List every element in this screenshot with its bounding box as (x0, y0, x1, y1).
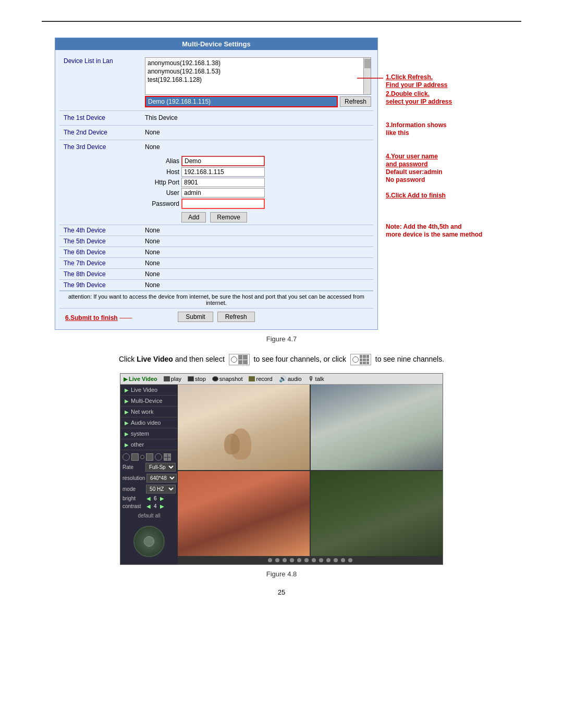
instruction-middle: and then select (173, 355, 227, 363)
eighth-device-val: None (143, 269, 373, 279)
child-silhouette (224, 434, 240, 454)
menu-audio[interactable]: 🔊 audio (279, 375, 302, 382)
menu-snapshot[interactable]: snapshot (212, 376, 243, 382)
refresh-bottom-button[interactable]: Refresh (217, 312, 255, 322)
joystick[interactable] (133, 526, 165, 557)
nav-system[interactable]: ▶ system (120, 428, 178, 439)
menu-record[interactable]: record (249, 376, 272, 382)
menu-record-label: record (256, 376, 272, 382)
third-device-value: None (143, 142, 373, 152)
step2-annotation: 2.Double click. select your IP address (386, 90, 452, 105)
ctrl-icon-3[interactable] (140, 455, 144, 459)
step4d-text: No password (386, 176, 425, 183)
resolution-label: resolution (123, 475, 144, 481)
nav-network-label: Net work (131, 409, 153, 415)
password-row: Password (143, 199, 265, 209)
dialog-title: Multi-Device Settings (55, 38, 377, 50)
nav-live-video[interactable]: ▶ Live Video (120, 385, 178, 396)
third-device-label: The 3rd Device (59, 142, 143, 152)
contrast-decrease[interactable]: ◀ (146, 503, 151, 509)
first-device-label: The 1st Device (59, 113, 143, 122)
remove-button[interactable]: Remove (210, 212, 247, 223)
step2-text: 2.Double click. (386, 90, 430, 97)
device-list-content: anonymous(192.168.1.38) anonymous(192.16… (143, 56, 373, 108)
ctrl-icon-5[interactable] (155, 453, 162, 461)
four-channel-icon (229, 354, 250, 365)
nav-multi-device-label: Multi-Device (131, 398, 163, 404)
user-row: User (143, 188, 265, 198)
live-video-interface: ▶ Live Video play stop snapshot record 🔊 (120, 373, 443, 565)
refresh-button-top[interactable]: Refresh (340, 96, 371, 107)
alias-input[interactable] (181, 156, 265, 166)
play-icon (164, 376, 170, 381)
step2b-text: select your IP address (386, 98, 452, 105)
rate-select[interactable]: Full-Speed (145, 463, 176, 472)
device-item-2[interactable]: anonymous(192.168.1.53) (146, 67, 370, 76)
page-number: 25 (42, 588, 521, 596)
channel-circle-large (352, 356, 359, 363)
ninth-device-val: None (143, 280, 373, 290)
nav-system-label: system (131, 430, 149, 437)
contrast-control: contrast ◀ 4 ▶ (123, 503, 176, 509)
resolution-select[interactable]: 640*480 (146, 474, 177, 483)
device-dropdown[interactable]: Demo (192.168.1.115) (145, 96, 338, 107)
device-item-1[interactable]: anonymous(192.168.1.38) (146, 59, 370, 67)
ctrl-icon-2[interactable] (131, 453, 139, 461)
device-list-label: Device List in Lan (59, 56, 143, 66)
first-device-row: The 1st Device This Device (59, 111, 373, 126)
fifth-device-val: None (143, 236, 373, 246)
instruction-before: Click (119, 355, 137, 363)
host-label: Host (143, 168, 179, 176)
httpport-input[interactable] (181, 178, 265, 187)
joystick-center (144, 536, 154, 547)
resolution-control: resolution 640*480 (123, 474, 176, 483)
menu-play[interactable]: play (164, 376, 181, 382)
nav-other[interactable]: ▶ other (120, 439, 178, 450)
mode-select[interactable]: 50 HZ (146, 485, 176, 493)
password-input[interactable] (181, 199, 265, 209)
add-button[interactable]: Add (181, 212, 206, 223)
menu-stop[interactable]: stop (188, 376, 206, 382)
step3b-text: like this (386, 129, 409, 137)
mode-label: mode (123, 486, 144, 492)
menu-live-video[interactable]: ▶ Live Video (124, 376, 157, 382)
device-list-area: anonymous(192.168.1.38) anonymous(192.16… (145, 57, 371, 107)
nav-audio-video[interactable]: ▶ Audio video (120, 417, 178, 428)
menu-snapshot-label: snapshot (219, 376, 243, 382)
stop-icon (188, 376, 194, 381)
figure-48-caption: Figure 4.8 (266, 570, 297, 578)
device-item-3[interactable]: test(192.168.1.128) (146, 76, 370, 84)
bright-increase[interactable]: ▶ (160, 496, 164, 501)
user-input[interactable] (181, 188, 265, 198)
ctrl-icon-1[interactable] (123, 453, 130, 461)
nav-arrow-3: ▶ (125, 409, 129, 415)
scrollbar[interactable] (363, 58, 371, 94)
info-row-container: Alias Host Http Port (143, 156, 265, 223)
device-list-scroll[interactable]: anonymous(192.168.1.38) anonymous(192.16… (145, 57, 371, 95)
step5-text: 5.Click Add to finish (386, 192, 446, 199)
default-all-button[interactable]: default all (138, 513, 161, 519)
nav-multi-device[interactable]: ▶ Multi-Device (120, 396, 178, 406)
submit-button[interactable]: Submit (178, 312, 213, 322)
talk-icon: 🎙 (308, 375, 314, 382)
bright-decrease[interactable]: ◀ (146, 496, 151, 501)
seventh-device-val: None (143, 258, 373, 268)
menu-play-label: play (171, 376, 181, 382)
step1b-text: Find your IP address (386, 81, 447, 89)
ctrl-icon-4[interactable] (146, 453, 153, 461)
ctrl-grid-icon[interactable] (164, 453, 171, 461)
host-input[interactable] (181, 167, 265, 177)
video-placeholder-3 (178, 471, 310, 557)
channel-circle-small (231, 356, 237, 363)
nav-arrow-6: ▶ (125, 442, 129, 448)
contrast-increase[interactable]: ▶ (160, 503, 164, 509)
nav-network[interactable]: ▶ Net work (120, 406, 178, 417)
contrast-value: 4 (154, 503, 157, 509)
nine-grid (360, 355, 369, 364)
menu-talk[interactable]: 🎙 talk (308, 375, 324, 382)
third-device-header: The 3rd Device None (59, 142, 373, 152)
dialog-body: Device List in Lan anonymous(192.168.1.3… (55, 50, 377, 329)
nav-other-label: other (131, 441, 144, 448)
video-cell-4 (311, 471, 443, 557)
video-cell-1 (178, 385, 310, 470)
